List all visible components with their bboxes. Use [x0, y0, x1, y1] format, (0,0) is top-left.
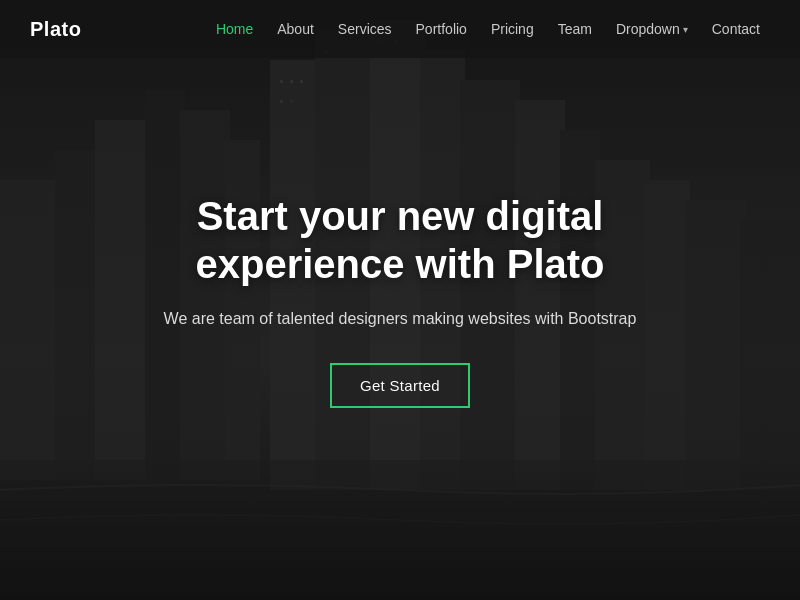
nav-item-portfolio[interactable]: Portfolio [406, 15, 477, 43]
svg-rect-20 [290, 80, 293, 83]
nav-item-pricing[interactable]: Pricing [481, 15, 544, 43]
nav-link-team[interactable]: Team [548, 15, 602, 43]
nav-link-contact[interactable]: Contact [702, 15, 770, 43]
svg-rect-23 [290, 100, 293, 103]
svg-rect-16 [685, 200, 745, 490]
svg-rect-22 [280, 100, 283, 103]
nav-menu: Home About Services Portfolio Pricing Te… [206, 15, 770, 43]
nav-item-team[interactable]: Team [548, 15, 602, 43]
svg-rect-2 [55, 150, 100, 480]
svg-rect-19 [280, 80, 283, 83]
brand-logo[interactable]: Plato [30, 18, 81, 41]
nav-item-dropdown[interactable]: Dropdown ▾ [606, 15, 698, 43]
nav-link-services[interactable]: Services [328, 15, 402, 43]
svg-rect-18 [0, 460, 800, 600]
nav-item-contact[interactable]: Contact [702, 15, 770, 43]
chevron-down-icon: ▾ [683, 24, 688, 35]
nav-link-portfolio[interactable]: Portfolio [406, 15, 477, 43]
get-started-button[interactable]: Get Started [330, 363, 470, 408]
nav-link-home[interactable]: Home [206, 15, 263, 43]
svg-rect-17 [740, 220, 800, 490]
hero-subtitle: We are team of talented designers making… [130, 306, 670, 332]
nav-item-about[interactable]: About [267, 15, 324, 43]
hero-content: Start your new digital experience with P… [110, 172, 690, 429]
navbar: Plato Home About Services Portfolio Pric… [0, 0, 800, 58]
nav-item-home[interactable]: Home [206, 15, 263, 43]
hero-section: Start your new digital experience with P… [0, 0, 800, 600]
svg-rect-1 [0, 180, 60, 480]
hero-title: Start your new digital experience with P… [130, 192, 670, 288]
nav-link-pricing[interactable]: Pricing [481, 15, 544, 43]
nav-link-dropdown[interactable]: Dropdown ▾ [606, 15, 698, 43]
nav-item-services[interactable]: Services [328, 15, 402, 43]
nav-link-about[interactable]: About [267, 15, 324, 43]
svg-rect-21 [300, 80, 303, 83]
